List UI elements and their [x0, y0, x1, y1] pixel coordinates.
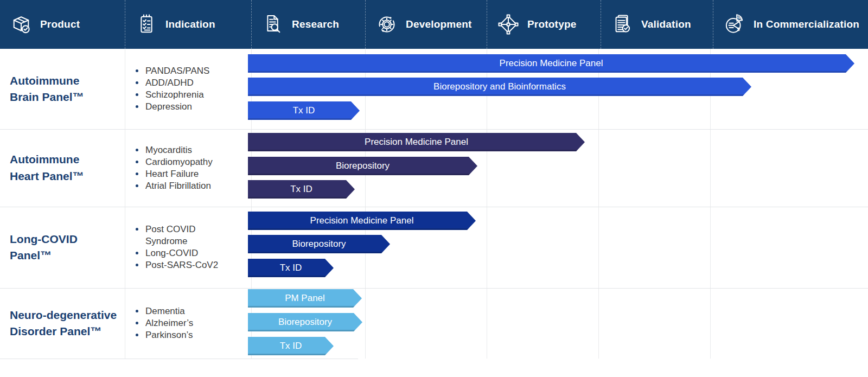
stage-header-cell-prototype: Prototype	[487, 0, 601, 49]
validation-document-check-icon	[610, 12, 634, 36]
indication-item: ADD/ADHD	[132, 77, 248, 89]
indication-list: Post COVID SyndromeLong-COVIDPost-SARS-C…	[125, 207, 251, 288]
product-row: Autoimmune Heart Panel™MyocarditisCardio…	[0, 129, 251, 207]
indication-item: Myocarditis	[132, 144, 248, 156]
product-row: Neuro-degenerative Disorder Panel™Dement…	[0, 288, 251, 359]
stage-header-cell-indication: Indication	[125, 0, 251, 49]
pipeline-bar: Precision Medicine Panel	[248, 133, 585, 151]
svg-text:%: %	[738, 15, 742, 21]
pipeline-bar: Biorepository	[248, 235, 390, 253]
indication-item: Alzheimer’s	[132, 317, 248, 329]
stage-header-label: Product	[40, 18, 80, 30]
pipeline-bar: Precision Medicine Panel	[248, 54, 854, 73]
development-gear-icon	[375, 12, 399, 36]
pipeline-bar: Biorepository	[248, 157, 477, 175]
indication-item: PANDAS/PANS	[132, 65, 248, 77]
indication-item: Parkinson’s	[132, 329, 248, 341]
product-row: Autoimmune Brain Panel™PANDAS/PANSADD/AD…	[0, 49, 251, 129]
product-name: Autoimmune Brain Panel™	[0, 49, 125, 129]
indication-item: Long-COVID	[132, 247, 248, 259]
svg-text:$: $	[737, 27, 740, 32]
pipeline-bar: Biorepository	[248, 313, 362, 331]
stage-header-label: Research	[292, 18, 339, 30]
pipeline-bar: Tx ID	[248, 337, 334, 355]
indication-checklist-icon	[135, 12, 158, 36]
prototype-vector-node-icon	[496, 12, 520, 36]
stage-header-label: Prototype	[527, 18, 576, 30]
stage-header-cell-product: Product	[0, 0, 125, 49]
stage-header-cell-research: Research	[251, 0, 365, 49]
stage-header-label: Indication	[165, 18, 215, 30]
stage-header: Product Indication	[0, 0, 868, 49]
stage-header-label: In Commercialization	[754, 18, 859, 30]
pipeline-bar: Tx ID	[248, 101, 360, 120]
indication-list: PANDAS/PANSADD/ADHDSchizophreniaDepressi…	[125, 49, 251, 129]
indication-item: Heart Failure	[132, 168, 248, 180]
indication-item: Depression	[132, 101, 248, 113]
indication-item: Cardiomyopathy	[132, 156, 248, 168]
pipeline-bar: Tx ID	[248, 259, 334, 277]
indication-list: DementiaAlzheimer’sParkinson’s	[125, 288, 251, 359]
research-document-magnifier-icon	[261, 12, 285, 36]
pipeline-bar: Precision Medicine Panel	[248, 212, 476, 230]
pipeline-bar: Tx ID	[248, 180, 355, 199]
stage-header-label: Validation	[641, 18, 691, 30]
indication-item: Dementia	[132, 305, 248, 317]
product-box-icon	[9, 12, 33, 36]
product-name: Neuro-degenerative Disorder Panel™	[0, 288, 125, 359]
product-row: Long-COVID Panel™Post COVID SyndromeLong…	[0, 207, 251, 288]
stage-header-cell-validation: Validation	[601, 0, 713, 49]
commercialization-pie-money-icon: % $	[723, 12, 746, 36]
indication-item: Atrial Fibrillation	[132, 180, 248, 192]
stage-header-cell-development: Development	[365, 0, 487, 49]
pipeline-bar: Biorepository and Bioinformatics	[248, 78, 751, 96]
product-name: Long-COVID Panel™	[0, 207, 125, 288]
stage-header-cell-in-commercialization: % $ In Commercialization	[713, 0, 868, 49]
indication-item: Post COVID Syndrome	[132, 223, 248, 247]
row-divider-line	[0, 359, 358, 359]
indication-item: Schizophrenia	[132, 89, 248, 101]
indication-item: Post-SARS-CoV2	[132, 259, 248, 271]
product-name: Autoimmune Heart Panel™	[0, 129, 125, 207]
stage-header-label: Development	[406, 18, 472, 30]
pipeline-chart: Product Indication	[0, 0, 868, 377]
pipeline-bar: PM Panel	[248, 289, 362, 308]
indication-list: MyocarditisCardiomyopathyHeart FailureAt…	[125, 129, 251, 207]
